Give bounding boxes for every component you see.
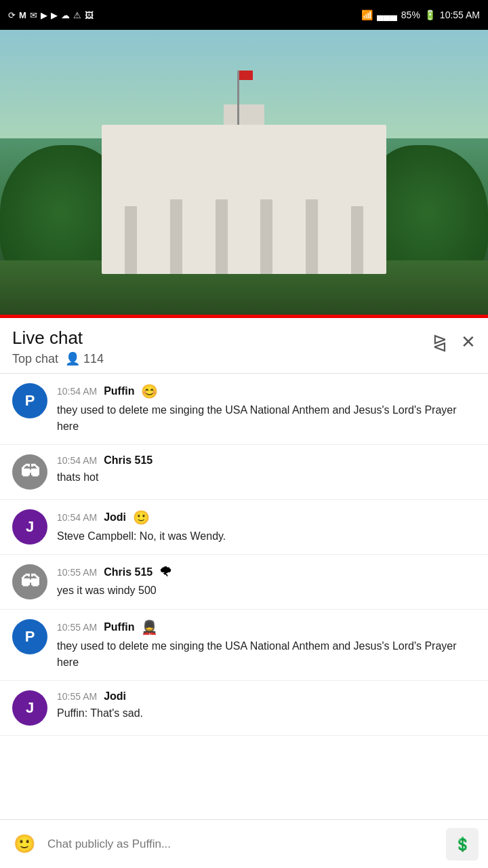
message-content: 10:55 AM Jodi Puffin: That's sad. bbox=[57, 690, 476, 722]
send-button[interactable]: 💲 bbox=[446, 828, 479, 861]
column bbox=[351, 206, 363, 274]
battery-level: 85% bbox=[401, 9, 420, 20]
status-bar: ⟳ M ✉ ▶ ▶ ☁ ⚠ 🖼 📶 ▄▄▄ 85% 🔋 10:55 AM bbox=[0, 0, 488, 30]
message-time: 10:54 AM bbox=[57, 512, 97, 523]
message-content: 10:54 AM Chris 515 thats hot bbox=[57, 454, 476, 486]
chat-input[interactable] bbox=[47, 829, 438, 859]
smiley-icon: 🙂 bbox=[14, 833, 35, 854]
chat-message: P 10:55 AM Puffin 💂 they used to delete … bbox=[0, 610, 488, 681]
dollar-icon: 💲 bbox=[454, 836, 471, 852]
avatar: J bbox=[12, 509, 47, 545]
status-right-info: 📶 ▄▄▄ 85% 🔋 10:55 AM bbox=[361, 9, 480, 20]
sync-icon: ⟳ bbox=[8, 10, 16, 20]
column bbox=[170, 199, 182, 274]
chat-message: P 10:54 AM Puffin 😊 they used to delete … bbox=[0, 374, 488, 445]
video-thumbnail[interactable] bbox=[0, 30, 488, 315]
cloud-icon: ☁ bbox=[61, 10, 70, 20]
message-user: Puffin bbox=[104, 385, 134, 397]
chat-header-left: Live chat Top chat 👤 114 bbox=[12, 328, 104, 366]
message-header: 10:55 AM Chris 515 🌪 bbox=[57, 564, 476, 580]
battery-icon: 🔋 bbox=[424, 9, 436, 20]
message-user: Chris 515 bbox=[104, 454, 152, 467]
message-text: they used to delete me singing the USA N… bbox=[57, 638, 476, 671]
alert-icon: ⚠ bbox=[73, 10, 81, 20]
message-content: 10:54 AM Jodi 🙂 Steve Campbell: No, it w… bbox=[57, 509, 476, 545]
message-emoji: 🌪 bbox=[159, 564, 173, 580]
avatar: 🕶 bbox=[12, 454, 47, 490]
message-emoji: 😊 bbox=[141, 383, 158, 399]
signal-bars: ▄▄▄ bbox=[377, 9, 397, 20]
avatar: P bbox=[12, 383, 47, 418]
viewer-count: 👤 114 bbox=[65, 351, 104, 366]
top-chat-label: Top chat bbox=[12, 352, 58, 366]
message-text: yes it was windy 500 bbox=[57, 583, 476, 599]
avatar: J bbox=[12, 690, 47, 726]
chat-message: 🕶 10:54 AM Chris 515 thats hot bbox=[0, 445, 488, 500]
messages-container: P 10:54 AM Puffin 😊 they used to delete … bbox=[0, 374, 488, 790]
viewer-number: 114 bbox=[83, 352, 104, 366]
message-time: 10:54 AM bbox=[57, 455, 97, 466]
image-icon: 🖼 bbox=[85, 10, 94, 20]
person-icon: 👤 bbox=[65, 351, 80, 366]
m-icon: M bbox=[19, 10, 26, 20]
message-time: 10:55 AM bbox=[57, 691, 97, 702]
message-time: 10:55 AM bbox=[57, 567, 97, 578]
message-header: 10:54 AM Jodi 🙂 bbox=[57, 509, 476, 526]
message-header: 10:55 AM Jodi bbox=[57, 690, 476, 703]
live-chat-title: Live chat bbox=[12, 328, 104, 349]
email-icon: ✉ bbox=[30, 10, 37, 20]
wifi-icon: 📶 bbox=[361, 9, 373, 20]
avatar: P bbox=[12, 619, 47, 654]
message-header: 10:54 AM Chris 515 bbox=[57, 454, 476, 467]
building-columns bbox=[108, 172, 380, 274]
message-header: 10:55 AM Puffin 💂 bbox=[57, 619, 476, 635]
top-chat-row: Top chat 👤 114 bbox=[12, 351, 104, 366]
message-user: Jodi bbox=[104, 511, 126, 524]
message-time: 10:55 AM bbox=[57, 622, 97, 633]
message-emoji: 💂 bbox=[141, 619, 158, 635]
status-left-icons: ⟳ M ✉ ▶ ▶ ☁ ⚠ 🖼 bbox=[8, 10, 94, 20]
message-content: 10:55 AM Puffin 💂 they used to delete me… bbox=[57, 619, 476, 671]
message-text: Steve Campbell: No, it was Wendy. bbox=[57, 528, 476, 545]
message-user: Puffin bbox=[104, 621, 134, 633]
avatar: 🕶 bbox=[12, 564, 47, 599]
chat-input-area[interactable]: 🙂 💲 bbox=[0, 819, 488, 868]
message-text: Puffin: That's sad. bbox=[57, 705, 476, 722]
filter-icon[interactable]: ⧎ bbox=[432, 332, 447, 353]
message-user: Chris 515 bbox=[104, 566, 152, 578]
message-content: 10:54 AM Puffin 😊 they used to delete me… bbox=[57, 383, 476, 435]
message-text: they used to delete me singing the USA N… bbox=[57, 402, 476, 435]
column bbox=[306, 199, 318, 274]
play-icon1: ▶ bbox=[41, 10, 47, 20]
chat-message: J 10:55 AM Jodi Puffin: That's sad. bbox=[0, 681, 488, 736]
chat-header: Live chat Top chat 👤 114 ⧎ ✕ bbox=[0, 318, 488, 374]
message-content: 10:55 AM Chris 515 🌪 yes it was windy 50… bbox=[57, 564, 476, 599]
chat-header-right[interactable]: ⧎ ✕ bbox=[432, 332, 476, 353]
play-icon2: ▶ bbox=[51, 10, 58, 20]
column bbox=[125, 206, 137, 274]
column bbox=[216, 199, 228, 274]
chat-message: J 10:54 AM Jodi 🙂 Steve Campbell: No, it… bbox=[0, 500, 488, 555]
emoji-button[interactable]: 🙂 bbox=[9, 829, 39, 859]
flag-pole bbox=[237, 71, 239, 125]
message-user: Jodi bbox=[104, 690, 126, 703]
message-emoji: 🙂 bbox=[133, 509, 150, 526]
white-house-building bbox=[102, 125, 386, 274]
message-text: thats hot bbox=[57, 469, 476, 486]
column bbox=[260, 199, 272, 274]
chat-message: 🕶 10:55 AM Chris 515 🌪 yes it was windy … bbox=[0, 555, 488, 610]
time-display: 10:55 AM bbox=[440, 9, 480, 20]
message-time: 10:54 AM bbox=[57, 386, 97, 397]
message-header: 10:54 AM Puffin 😊 bbox=[57, 383, 476, 399]
close-icon[interactable]: ✕ bbox=[461, 332, 476, 353]
